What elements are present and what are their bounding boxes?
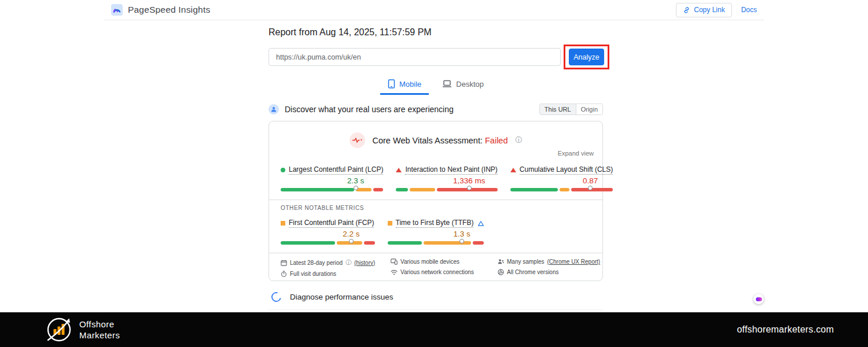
sample-info-samples: Many samples (Chrome UX Report) [498, 259, 600, 265]
sample-info-text: Various mobile devices [400, 259, 459, 265]
section-title: Discover what your real users are experi… [285, 105, 454, 114]
metric-distribution-bar-fcp [281, 241, 375, 245]
bar-segment-good [396, 188, 407, 191]
metric-lcp: Largest Contentful Paint (LCP)2.3 s [281, 165, 383, 192]
brain-widget-icon [756, 296, 762, 302]
metric-fcp: First Contentful Paint (FCP)2.2 s [281, 219, 375, 245]
scope-toggle: This URL Origin [539, 104, 603, 115]
sample-info-column-collection: Latest 28-day period ⓘ (history) Full vi… [281, 259, 391, 281]
offshore-marketers-logo [45, 316, 73, 344]
bar-segment-needs_improvement [560, 188, 569, 191]
scope-origin-button[interactable]: Origin [576, 104, 602, 115]
footer-website: offshoremarketers.com [737, 324, 834, 335]
metric-ttfb: Time to First Byte (TTFB)1.3 s [388, 219, 484, 245]
analyze-annotation-box: Analyze [564, 45, 609, 69]
bar-segment-good [510, 188, 558, 191]
metric-cls: Cumulative Layout Shift (CLS)0.87 [510, 165, 613, 192]
metric-status-good-icon [281, 168, 285, 172]
history-link[interactable]: (history) [354, 260, 375, 266]
loading-spinner-icon [270, 290, 283, 304]
sample-info-network: Various network connections [391, 269, 498, 275]
sample-info-text: Latest 28-day period [290, 260, 343, 266]
metric-status-average-icon [388, 221, 392, 226]
docs-link[interactable]: Docs [741, 6, 757, 14]
cwv-assessment-icon [350, 132, 365, 148]
bar-segment-poor [373, 188, 383, 191]
url-row: Analyze [269, 45, 603, 69]
metric-status-poor-icon [510, 168, 516, 172]
metric-value-ttfb: 1.3 s [453, 230, 470, 238]
tab-mobile-label: Mobile [399, 80, 421, 88]
bar-segment-poor [473, 241, 484, 245]
sample-info-text: Full visit durations [290, 271, 336, 277]
metric-label-fcp[interactable]: First Contentful Paint (FCP) [289, 219, 374, 228]
chrome-ux-report-link[interactable]: (Chrome UX Report) [547, 259, 600, 265]
pagespeed-logo-icon [111, 4, 123, 16]
metric-status-poor-icon [396, 168, 402, 172]
cwv-assessment-title: Core Web Vitals Assessment: Failed [373, 136, 508, 145]
app-brand[interactable]: PageSpeed Insights [111, 4, 210, 16]
metric-value-lcp: 2.3 s [347, 176, 364, 185]
info-icon[interactable]: ⓘ [345, 259, 351, 267]
stopwatch-icon [281, 271, 287, 277]
site-footer: Offshore Marketers offshoremarketers.com [0, 312, 868, 347]
metric-label-lcp[interactable]: Largest Contentful Paint (LCP) [289, 165, 383, 175]
copy-link-button[interactable]: Copy Link [676, 3, 731, 17]
bar-segment-poor [364, 241, 375, 245]
diagnose-section: Diagnose performance issues [269, 292, 603, 302]
url-input[interactable] [269, 48, 561, 66]
analyze-button[interactable]: Analyze [569, 49, 604, 65]
section-title-group: Discover what your real users are experi… [269, 104, 454, 115]
app-title: PageSpeed Insights [128, 5, 210, 15]
desktop-laptop-icon [442, 80, 452, 88]
bar-segment-needs_improvement [410, 188, 435, 191]
sample-info-text: Various network connections [400, 269, 474, 275]
metric-distribution-bar-lcp [281, 188, 383, 192]
sample-info-text: Many samples [507, 259, 544, 265]
device-tabs: Mobile Desktop [269, 77, 603, 95]
metric-value-cls: 0.87 [583, 176, 598, 185]
footer-brand-name: Offshore Marketers [79, 319, 120, 341]
metric-distribution-bar-ttfb [388, 241, 484, 245]
metric-label-inp[interactable]: Interaction to Next Paint (INP) [405, 165, 497, 175]
metric-label-cls[interactable]: Cumulative Layout Shift (CLS) [520, 165, 613, 175]
cwv-assessment-result: Failed [485, 136, 508, 145]
core-metrics-row: Largest Contentful Paint (LCP)2.3 sInter… [269, 165, 602, 192]
bar-segment-good [281, 188, 354, 191]
bar-segment-good [388, 241, 422, 245]
p75-marker [588, 186, 593, 190]
pagespeed-insights-page: PageSpeed Insights Copy Link Docs Report… [0, 0, 868, 347]
tab-desktop-label: Desktop [456, 80, 484, 88]
other-metrics-row: First Contentful Paint (FCP)2.2 sTime to… [269, 219, 602, 245]
samples-icon [498, 259, 504, 265]
link-icon [683, 6, 690, 14]
sample-info-column-samples: Many samples (Chrome UX Report) All Chro… [498, 259, 600, 281]
sample-info: Latest 28-day period ⓘ (history) Full vi… [269, 253, 602, 281]
metric-value-fcp: 2.2 s [343, 230, 359, 238]
report-title: Report from Aug 14, 2025, 11:57:59 PM [269, 27, 603, 38]
chat-widget-button[interactable] [753, 294, 764, 304]
cwv-assessment-head: Core Web Vitals Assessment: Failed ⓘ [269, 121, 602, 148]
real-users-icon [269, 104, 279, 115]
metric-label-ttfb[interactable]: Time to First Byte (TTFB) [396, 219, 474, 228]
metric-distribution-bar-cls [510, 188, 613, 192]
report-content: Report from Aug 14, 2025, 11:57:59 PM An… [269, 0, 603, 310]
info-icon[interactable]: ⓘ [516, 135, 523, 145]
tab-mobile[interactable]: Mobile [380, 77, 429, 95]
experimental-icon [478, 221, 484, 226]
bar-segment-good [281, 241, 335, 245]
field-data-card: Core Web Vitals Assessment: Failed ⓘ Exp… [269, 121, 603, 281]
sample-info-devices: Various mobile devices [391, 259, 498, 265]
devices-icon [391, 259, 398, 265]
sample-info-column-devices: Various mobile devices Various network c… [391, 259, 498, 281]
expand-view-link[interactable]: Expand view [558, 150, 594, 157]
divider [269, 309, 603, 310]
sample-info-text: All Chrome versions [507, 269, 558, 275]
metric-inp: Interaction to Next Paint (INP)1,336 ms [396, 165, 497, 192]
tab-desktop[interactable]: Desktop [435, 77, 491, 95]
p75-marker [354, 186, 358, 190]
p75-marker [459, 239, 464, 243]
footer-brand: Offshore Marketers [45, 316, 120, 344]
copy-link-label: Copy Link [694, 6, 724, 14]
scope-this-url-button[interactable]: This URL [540, 104, 576, 115]
